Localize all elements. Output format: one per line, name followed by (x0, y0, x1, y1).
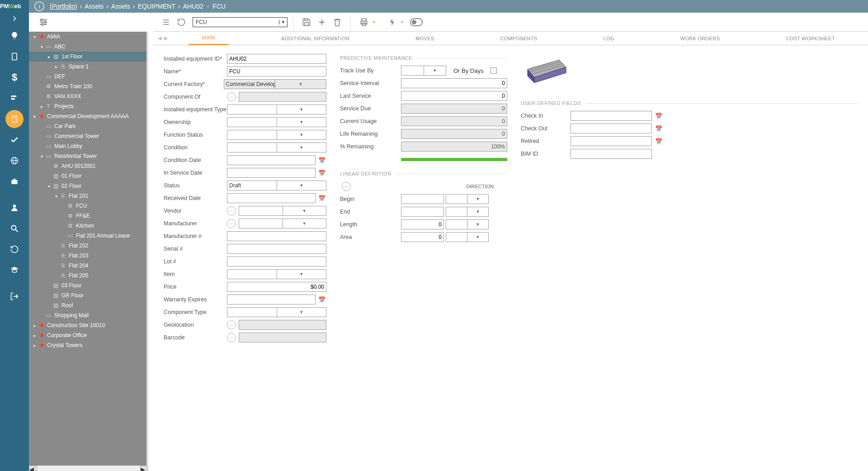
input-geolocation[interactable] (239, 320, 326, 330)
add-icon[interactable] (314, 14, 330, 30)
print-icon[interactable] (356, 14, 372, 30)
breadcrumb-part[interactable]: Assets (85, 3, 104, 10)
tab-next-icon[interactable]: ▶ (163, 35, 169, 41)
tree-node[interactable]: ▭Main Lobby (29, 141, 146, 151)
input-manufacturer-no[interactable] (227, 231, 326, 241)
tree-toggle-icon[interactable]: ▸ (32, 333, 37, 338)
input-bim-id[interactable] (571, 149, 652, 159)
more-vendor-icon[interactable]: ··· (227, 206, 236, 215)
combo-end-dir[interactable]: ▼ (446, 207, 489, 217)
collapse-nav-icon[interactable] (0, 13, 29, 24)
input-area[interactable] (401, 232, 444, 242)
combo-begin-dir[interactable]: ▼ (446, 194, 489, 204)
tree-toggle-icon[interactable]: ▸ (46, 54, 52, 59)
tree-node[interactable]: ⚙Metro Train 100 (29, 81, 146, 91)
delete-icon[interactable] (330, 14, 345, 30)
tree-node[interactable]: ▾▭ABC (29, 42, 146, 52)
tree-node[interactable]: ⎘Flat 202 (29, 241, 146, 251)
nav-history-icon[interactable] (5, 240, 24, 258)
nav-user-icon[interactable] (5, 199, 24, 217)
calendar-icon[interactable]: 📅 (654, 124, 664, 133)
breadcrumb-portfolio[interactable]: (Portfolio) (50, 3, 77, 10)
info-icon[interactable]: i (34, 1, 44, 11)
input-received-date[interactable] (227, 193, 316, 203)
tree-node[interactable]: ▸TProjects (29, 101, 146, 111)
more-component-of-icon[interactable]: ··· (227, 92, 236, 101)
tree-toggle-icon[interactable]: ▾ (32, 34, 37, 39)
tree-toggle-icon[interactable]: ▾ (46, 184, 52, 189)
calendar-icon[interactable]: 📅 (317, 295, 326, 304)
list-view-icon[interactable] (158, 14, 174, 30)
combo-factory[interactable]: Commercial Development AAAAA/Re▼ (224, 79, 326, 89)
nav-ideas-icon[interactable] (5, 27, 24, 45)
tree-node[interactable]: ▾⎘Flat 201 (29, 191, 146, 201)
input-price[interactable] (227, 282, 326, 292)
tree-node[interactable]: ▸📌Construction Site 10010 (29, 320, 146, 330)
calendar-icon[interactable]: 📅 (317, 168, 326, 178)
input-begin[interactable] (401, 194, 444, 204)
tree-node[interactable]: ⚙AHU 0012001 (29, 161, 146, 171)
combo-length-uom[interactable]: ▼ (446, 219, 489, 229)
combo-condition[interactable]: ▼ (227, 143, 326, 152)
tree-node[interactable]: ⚙FCU (29, 201, 146, 211)
tree-node[interactable]: ▾▤02 Floor (29, 181, 146, 191)
input-name[interactable] (227, 67, 326, 76)
more-manufacturer-icon[interactable]: ··· (227, 219, 236, 228)
combo-equipment-type[interactable]: ▼ (227, 105, 326, 114)
combo-vendor[interactable]: ▼ (239, 206, 326, 216)
input-barcode[interactable] (239, 333, 326, 343)
input-length[interactable] (401, 219, 444, 229)
calendar-icon[interactable]: 📅 (317, 193, 326, 203)
tree-filter-icon[interactable] (38, 17, 49, 28)
tree-node[interactable]: ▸📌Corporate Office (29, 330, 146, 340)
input-end[interactable] (401, 207, 444, 217)
tree-node[interactable]: ⚙Kitchen (29, 221, 146, 231)
tree-node[interactable]: ▾▭Residential Tower (29, 151, 146, 161)
nav-assets-icon[interactable] (5, 110, 24, 128)
combo-ownership[interactable]: ▼ (227, 117, 326, 127)
tree-node[interactable]: ▭Commercial Tower (29, 131, 146, 141)
tab-cost-worksheet[interactable]: COST WORKSHEET (772, 32, 849, 45)
input-service-interval[interactable] (401, 78, 507, 88)
calendar-icon[interactable]: 📅 (654, 136, 664, 146)
breadcrumb-part[interactable]: AHU02 (183, 3, 203, 10)
nav-globe-icon[interactable] (5, 152, 24, 170)
tree-node[interactable]: ▤GR Floor (29, 290, 146, 300)
tab-moves[interactable]: MOVES (402, 32, 448, 45)
asset-tree[interactable]: ▾📌AMIA▾▭ABC▸▤1st Floor▸⎘Space 1▭DEF⚙Metr… (29, 32, 148, 466)
nav-cost-icon[interactable]: $ (5, 68, 24, 86)
combo-status[interactable]: Draft▼ (227, 181, 326, 190)
tab-additional-information[interactable]: ADDITIONAL INFORMATION (268, 32, 363, 45)
tree-node[interactable]: ▤01 Floor (29, 171, 146, 181)
tree-toggle-icon[interactable]: ▸ (39, 104, 44, 109)
tree-node[interactable]: ▭Car Park (29, 121, 146, 131)
input-inservice-date[interactable] (227, 168, 316, 178)
tree-node[interactable]: ⎘Flat 203 (29, 251, 146, 261)
input-check-out[interactable] (571, 124, 652, 133)
print-dropdown-icon[interactable]: ▾ (372, 14, 376, 30)
nav-check-icon[interactable] (5, 131, 24, 149)
history-icon[interactable] (174, 14, 189, 30)
input-warranty[interactable] (227, 295, 316, 304)
input-lot[interactable] (227, 257, 326, 266)
breadcrumb-part[interactable]: Assets (111, 3, 130, 10)
tree-node[interactable]: ▭DEF (29, 71, 146, 81)
tree-node[interactable]: ▾📌Commercial Development AAAAA (29, 111, 146, 121)
nav-schedule-icon[interactable] (5, 89, 24, 107)
tree-toggle-icon[interactable]: ▾ (39, 44, 44, 49)
tree-toggle-icon[interactable]: ▾ (53, 194, 59, 199)
tree-toggle-icon[interactable]: ▾ (32, 114, 37, 119)
tree-node[interactable]: ▭Shopping Mall (29, 310, 146, 320)
more-linear-icon[interactable]: ··· (342, 182, 351, 191)
record-title-combo[interactable]: FCU ▼ (193, 17, 288, 27)
input-component-of[interactable] (239, 92, 326, 102)
tree-toggle-icon[interactable]: ▸ (32, 343, 37, 348)
calendar-icon[interactable]: 📅 (654, 111, 664, 121)
nav-search-icon[interactable] (5, 219, 24, 238)
action-icon[interactable] (384, 14, 400, 30)
more-geolocation-icon[interactable]: ··· (227, 320, 236, 329)
input-condition-date[interactable] (227, 155, 316, 165)
tree-node[interactable]: ▸▤1st Floor (29, 52, 146, 62)
save-icon[interactable] (299, 14, 314, 30)
tree-node[interactable]: ⎘Flat 204 (29, 261, 146, 271)
